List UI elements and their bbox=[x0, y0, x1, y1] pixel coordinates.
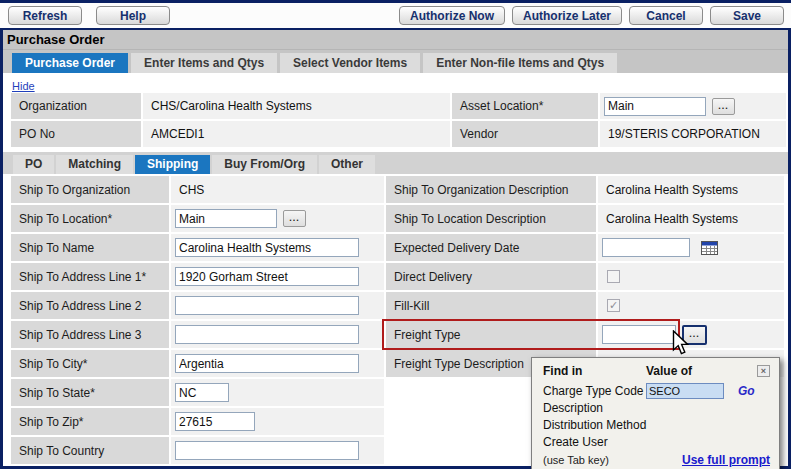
asset-location-lookup-button[interactable]: ... bbox=[712, 98, 735, 115]
main-tab-strip: Purchase Order Enter Items and Qtys Sele… bbox=[3, 50, 788, 73]
ship-to-zip-input[interactable] bbox=[175, 412, 255, 431]
ship-to-city-label: Ship To City* bbox=[11, 350, 169, 377]
asset-location-input[interactable] bbox=[604, 97, 706, 116]
cancel-button[interactable]: Cancel bbox=[629, 6, 703, 25]
freight-type-input[interactable] bbox=[602, 325, 676, 344]
help-button[interactable]: Help bbox=[96, 6, 170, 25]
direct-delivery-checkbox[interactable] bbox=[607, 270, 620, 283]
header-field-grid: Organization CHS/Carolina Health Systems… bbox=[11, 93, 788, 147]
tab-select-vendor-items[interactable]: Select Vendor Items bbox=[280, 53, 420, 73]
use-full-prompt-link[interactable]: Use full prompt bbox=[682, 453, 770, 467]
ship-to-organization-description-label: Ship To Organization Description bbox=[386, 176, 596, 203]
subtab-shipping[interactable]: Shipping bbox=[135, 155, 210, 174]
ship-to-organization-value: CHS bbox=[171, 176, 384, 203]
toolbar: Refresh Help Authorize Now Authorize Lat… bbox=[0, 3, 791, 28]
direct-delivery-label: Direct Delivery bbox=[386, 263, 596, 290]
ship-to-address-line-3-label: Ship To Address Line 3 bbox=[11, 321, 169, 348]
calendar-icon[interactable] bbox=[701, 240, 718, 256]
ship-to-name-label: Ship To Name bbox=[11, 234, 169, 261]
find-in-field-distribution-method[interactable]: Distribution Method bbox=[543, 416, 770, 433]
vendor-label: Vendor bbox=[452, 121, 598, 147]
ship-to-location-label: Ship To Location* bbox=[11, 205, 169, 232]
subtab-matching[interactable]: Matching bbox=[56, 155, 133, 174]
authorize-later-button[interactable]: Authorize Later bbox=[512, 6, 622, 25]
ship-to-zip-label: Ship To Zip* bbox=[11, 408, 169, 435]
find-in-field-charge-type-code[interactable]: Charge Type Code bbox=[543, 384, 646, 398]
ship-to-state-input[interactable] bbox=[175, 383, 229, 402]
ship-to-city-input[interactable] bbox=[175, 354, 359, 373]
value-of-header: Value of bbox=[646, 364, 757, 378]
find-in-field-description[interactable]: Description bbox=[543, 399, 770, 416]
go-link[interactable]: Go bbox=[738, 384, 755, 398]
ship-to-location-description-label: Ship To Location Description bbox=[386, 205, 596, 232]
find-in-popup: Find in Value of × Charge Type Code Go D… bbox=[531, 357, 780, 469]
tab-enter-non-file-items-and-qtys[interactable]: Enter Non-file Items and Qtys bbox=[423, 53, 617, 73]
po-no-value: AMCEDI1 bbox=[143, 121, 450, 147]
authorize-now-button[interactable]: Authorize Now bbox=[399, 6, 505, 25]
fill-kill-label: Fill-Kill bbox=[386, 292, 596, 319]
fill-kill-checkbox[interactable]: ✓ bbox=[607, 299, 620, 312]
expected-delivery-date-input[interactable] bbox=[602, 238, 690, 257]
ship-to-location-description-value: Carolina Health Systems bbox=[598, 205, 784, 232]
po-no-label: PO No bbox=[11, 121, 141, 147]
ship-to-name-input[interactable] bbox=[175, 238, 359, 257]
tab-key-hint: (use Tab key) bbox=[543, 454, 609, 466]
find-in-field-create-user[interactable]: Create User bbox=[543, 433, 770, 450]
sub-tab-strip: PO Matching Shipping Buy From/Org Other bbox=[3, 152, 788, 174]
ship-to-organization-label: Ship To Organization bbox=[11, 176, 169, 203]
organization-label: Organization bbox=[11, 93, 141, 119]
vendor-value: 19/STERIS CORPORATION bbox=[600, 121, 786, 147]
ship-to-address-line-2-label: Ship To Address Line 2 bbox=[11, 292, 169, 319]
freight-type-lookup-button[interactable]: ... bbox=[682, 325, 707, 345]
page-title: Purchase Order bbox=[3, 30, 788, 50]
ship-to-location-lookup-button[interactable]: ... bbox=[283, 210, 306, 227]
freight-type-label: Freight Type bbox=[386, 321, 596, 348]
ship-to-country-label: Ship To Country bbox=[11, 437, 169, 464]
tab-purchase-order[interactable]: Purchase Order bbox=[12, 53, 128, 73]
find-value-input[interactable] bbox=[646, 383, 724, 399]
ship-to-address-line-3-input[interactable] bbox=[175, 325, 359, 344]
close-icon[interactable]: × bbox=[757, 365, 770, 377]
refresh-button[interactable]: Refresh bbox=[8, 6, 82, 25]
expected-delivery-date-label: Expected Delivery Date bbox=[386, 234, 596, 261]
ship-to-state-label: Ship To State* bbox=[11, 379, 169, 406]
hide-link[interactable]: Hide bbox=[12, 80, 35, 92]
save-button[interactable]: Save bbox=[710, 6, 784, 25]
subtab-other[interactable]: Other bbox=[319, 155, 375, 174]
ship-to-address-line-1-label: Ship To Address Line 1* bbox=[11, 263, 169, 290]
ship-to-organization-description-value: Carolina Health Systems bbox=[598, 176, 784, 203]
tab-enter-items-and-qtys[interactable]: Enter Items and Qtys bbox=[131, 53, 277, 73]
subtab-buy-from-org[interactable]: Buy From/Org bbox=[212, 155, 317, 174]
find-in-header: Find in bbox=[543, 364, 646, 378]
ship-to-address-line-1-input[interactable] bbox=[175, 267, 359, 286]
ship-to-address-line-2-input[interactable] bbox=[175, 296, 359, 315]
subtab-po[interactable]: PO bbox=[13, 155, 54, 174]
organization-value: CHS/Carolina Health Systems bbox=[143, 93, 450, 119]
asset-location-label: Asset Location* bbox=[452, 93, 598, 119]
ship-to-location-input[interactable] bbox=[175, 209, 277, 228]
ship-to-country-input[interactable] bbox=[175, 441, 359, 460]
